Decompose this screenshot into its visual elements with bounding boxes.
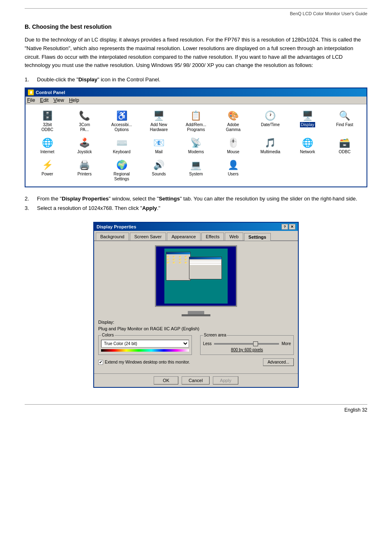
step-3-text: Select a resolution of 1024x768. Then cl… <box>37 205 160 211</box>
screen-slider[interactable] <box>214 343 279 345</box>
cp-menubar[interactable]: File Edit View Help <box>25 97 367 104</box>
color-bar <box>101 349 189 352</box>
cp-icon-joystick[interactable]: 🕹️ Joystick <box>67 136 102 155</box>
dp-content: 📁📁📁📁 📁📁📁📁 📁📁📁📁 <box>94 241 298 373</box>
cp-icon-32bit[interactable]: 🗄️ 32bitODBC <box>30 108 65 133</box>
ok-button[interactable]: OK <box>154 376 178 385</box>
page: BenQ LCD Color Monitor User's Guide B. C… <box>0 0 392 555</box>
header-title: BenQ LCD Color Monitor User's Guide <box>290 11 367 16</box>
dp-titlebar: Display Properties ? ✕ <box>94 223 298 231</box>
system-icon: 💻 <box>189 159 203 172</box>
cp-icon-multimedia[interactable]: 🎵 Multimedia <box>253 136 288 155</box>
tab-appearance[interactable]: Appearance <box>167 233 200 240</box>
cp-icon-keyboard[interactable]: ⌨️ Keyboard <box>104 136 139 155</box>
monitor-screen: 📁📁📁📁 📁📁📁📁 📁📁📁📁 <box>164 249 228 304</box>
cp-icon-odbc[interactable]: 🗃️ ODBC <box>327 136 362 155</box>
slider-thumb[interactable] <box>253 341 258 346</box>
tab-effects[interactable]: Effects <box>201 233 224 240</box>
cancel-button[interactable]: Cancel <box>182 376 210 385</box>
cp-icon-network[interactable]: 🌐 Network <box>290 136 325 155</box>
network-icon: 🌐 <box>301 136 314 150</box>
odbc-icon: 🗄️ <box>41 109 54 122</box>
cp-icon-regional[interactable]: 🌍 RegionalSettings <box>104 158 139 182</box>
cp-icon-modems[interactable]: 📡 Modems <box>178 136 214 155</box>
cp-icon-datetime[interactable]: 🕐 Date/Time <box>253 108 288 133</box>
cp-icon-add-hardware[interactable]: 🖥️ Add NewHardware <box>141 108 176 133</box>
internet-icon: 🌐 <box>41 136 54 150</box>
cp-icon-power[interactable]: ⚡ Power <box>30 158 65 182</box>
cp-icon-3com[interactable]: 📞 3ComPA... <box>67 108 102 133</box>
monitor-desktop: 📁📁📁📁 📁📁📁📁 📁📁📁📁 <box>164 249 228 304</box>
step-3: 3. Select a resolution of 1024x768. Then… <box>25 205 367 211</box>
cp-menu-help[interactable]: Help <box>69 97 79 103</box>
accessibility-icon: ♿ <box>115 109 128 122</box>
users-icon: 👤 <box>226 159 240 172</box>
cp-icon-mouse[interactable]: 🖱️ Mouse <box>215 136 251 155</box>
screen-less-label: Less <box>203 341 212 346</box>
cp-icon-findfast[interactable]: 🔍 Find Fast <box>327 108 362 133</box>
regional-icon: 🌍 <box>115 159 128 172</box>
step-2-text: From the "Display Properties" window, se… <box>37 196 357 202</box>
cp-menu-edit[interactable]: Edit <box>40 97 48 103</box>
3com-icon: 📞 <box>78 109 91 122</box>
add-hardware-icon: 🖥️ <box>152 109 166 122</box>
cp-icon-mail[interactable]: 📧 Mail <box>141 136 176 155</box>
mini-window-1: 📁📁📁📁 📁📁📁📁 📁📁📁📁 <box>166 252 191 281</box>
tab-background[interactable]: Background <box>96 233 129 240</box>
colors-group: Colors True Color (24 bit) <box>98 335 192 355</box>
cp-icon-internet[interactable]: 🌐 Internet <box>30 136 65 155</box>
cp-menu-file[interactable]: File <box>27 97 35 103</box>
cp-icon-adobe-gamma[interactable]: 🎨 AdobeGamma <box>215 108 251 133</box>
advanced-button[interactable]: Advanced... <box>263 358 294 366</box>
screen-area-slider-container: Less More <box>203 341 291 346</box>
joystick-icon: 🕹️ <box>78 136 91 150</box>
tab-screensaver[interactable]: Screen Saver <box>130 233 166 240</box>
dp-settings-row: Colors True Color (24 bit) Screen area L… <box>98 335 294 355</box>
cp-icon-system[interactable]: 💻 System <box>178 158 214 182</box>
keyboard-icon: ⌨️ <box>115 136 128 150</box>
monitor-preview: 📁📁📁📁 📁📁📁📁 📁📁📁📁 <box>155 245 237 307</box>
mini-window-2 <box>189 257 222 279</box>
cp-icon-printers[interactable]: 🖨️ Printers <box>67 158 102 182</box>
adobe-gamma-icon: 🎨 <box>226 109 240 122</box>
dp-close-button[interactable]: ✕ <box>289 224 295 230</box>
cp-title: Control Panel <box>36 90 65 95</box>
colors-select[interactable]: True Color (24 bit) <box>101 340 189 348</box>
header: BenQ LCD Color Monitor User's Guide <box>25 8 367 16</box>
dp-tabs[interactable]: Background Screen Saver Appearance Effec… <box>94 231 298 241</box>
cp-icon-sounds[interactable]: 🔊 Sounds <box>141 158 176 182</box>
dp-help-button[interactable]: ? <box>281 224 288 230</box>
dp-dialog-buttons: OK Cancel Apply <box>94 373 298 387</box>
screen-more-label: More <box>281 341 291 346</box>
odbc2-icon: 🗃️ <box>338 136 351 150</box>
monitor-preview-container: 📁📁📁📁 📁📁📁📁 📁📁📁📁 <box>98 245 294 316</box>
printers-icon: 🖨️ <box>78 159 91 172</box>
power-icon: ⚡ <box>41 159 54 172</box>
step-1-text: Double-click the "Display" icon in the C… <box>37 76 160 83</box>
modems-icon: 📡 <box>189 136 203 150</box>
cp-icon-users[interactable]: 👤 Users <box>215 158 251 182</box>
cp-titlebar: 🖥 Control Panel <box>25 88 367 97</box>
extend-desktop-checkbox[interactable]: ✔ <box>98 360 103 365</box>
cp-titlebar-icon: 🖥 <box>28 90 34 95</box>
section-title: B. Choosing the best resolution <box>25 23 367 30</box>
dp-title: Display Properties <box>97 224 136 229</box>
step-2: 2. From the "Display Properties" window,… <box>25 196 367 202</box>
tab-web[interactable]: Web <box>225 233 243 240</box>
cp-icon-add-programs[interactable]: 📋 Add/Rem...Programs <box>178 108 214 133</box>
footer: English 32 <box>25 404 367 413</box>
cp-icon-display[interactable]: 🖥️ Display <box>290 108 325 133</box>
colors-group-label: Colors <box>101 333 115 337</box>
display-label: Display: <box>98 320 294 325</box>
cp-icon-accessibility[interactable]: ♿ Accessibi...Options <box>104 108 139 133</box>
apply-button[interactable]: Apply <box>213 376 238 385</box>
footer-text: English 32 <box>344 407 367 413</box>
cp-menu-view[interactable]: View <box>53 97 64 103</box>
monitor-preview-wrapper: 📁📁📁📁 📁📁📁📁 📁📁📁📁 <box>155 245 237 316</box>
tab-settings[interactable]: Settings <box>244 233 271 241</box>
resolution-text: 800 by 600 pixels <box>203 348 291 352</box>
monitor-base <box>182 314 210 316</box>
step-3-number: 3. <box>25 205 33 211</box>
display-icon: 🖥️ <box>301 109 314 122</box>
body-text: Due to the technology of an LC display, … <box>25 36 367 70</box>
